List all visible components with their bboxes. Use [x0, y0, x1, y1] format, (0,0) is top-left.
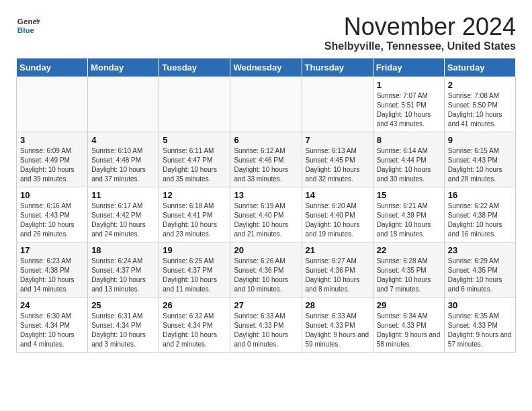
- calendar-week-row: 17Sunrise: 6:23 AM Sunset: 4:38 PM Dayli…: [17, 242, 516, 297]
- table-row: 14Sunrise: 6:20 AM Sunset: 4:40 PM Dayli…: [302, 187, 373, 242]
- header-friday: Friday: [373, 58, 444, 77]
- table-row: 3Sunrise: 6:09 AM Sunset: 4:49 PM Daylig…: [17, 132, 88, 187]
- day-number: 27: [234, 300, 298, 310]
- day-info: Sunrise: 6:30 AM Sunset: 4:34 PM Dayligh…: [20, 312, 84, 349]
- day-number: 26: [163, 300, 226, 310]
- calendar-week-row: 3Sunrise: 6:09 AM Sunset: 4:49 PM Daylig…: [17, 132, 516, 187]
- day-number: 28: [306, 300, 369, 310]
- day-number: 19: [163, 245, 226, 255]
- day-number: 23: [448, 245, 512, 255]
- day-info: Sunrise: 6:25 AM Sunset: 4:37 PM Dayligh…: [163, 257, 226, 294]
- table-row: [230, 77, 302, 132]
- day-number: 22: [377, 245, 441, 255]
- day-number: 7: [306, 135, 369, 145]
- day-number: 18: [91, 245, 155, 255]
- table-row: 4Sunrise: 6:10 AM Sunset: 4:48 PM Daylig…: [88, 132, 159, 187]
- day-info: Sunrise: 6:34 AM Sunset: 4:33 PM Dayligh…: [377, 312, 441, 349]
- table-row: 15Sunrise: 6:21 AM Sunset: 4:39 PM Dayli…: [373, 187, 444, 242]
- day-info: Sunrise: 6:32 AM Sunset: 4:34 PM Dayligh…: [163, 312, 226, 349]
- table-row: 24Sunrise: 6:30 AM Sunset: 4:34 PM Dayli…: [17, 297, 88, 352]
- table-row: 27Sunrise: 6:33 AM Sunset: 4:33 PM Dayli…: [230, 297, 302, 352]
- header-wednesday: Wednesday: [230, 58, 302, 77]
- table-row: [159, 77, 230, 132]
- table-row: 10Sunrise: 6:16 AM Sunset: 4:43 PM Dayli…: [17, 187, 88, 242]
- day-number: 4: [91, 135, 155, 145]
- header-monday: Monday: [88, 58, 159, 77]
- table-row: 13Sunrise: 6:19 AM Sunset: 4:40 PM Dayli…: [230, 187, 302, 242]
- table-row: 28Sunrise: 6:33 AM Sunset: 4:33 PM Dayli…: [302, 297, 373, 352]
- calendar-table: Sunday Monday Tuesday Wednesday Thursday…: [16, 58, 516, 353]
- table-row: 12Sunrise: 6:18 AM Sunset: 4:41 PM Dayli…: [159, 187, 230, 242]
- day-info: Sunrise: 6:21 AM Sunset: 4:39 PM Dayligh…: [377, 201, 441, 239]
- day-info: Sunrise: 6:31 AM Sunset: 4:34 PM Dayligh…: [91, 312, 155, 349]
- day-info: Sunrise: 6:33 AM Sunset: 4:33 PM Dayligh…: [306, 312, 369, 349]
- day-info: Sunrise: 6:09 AM Sunset: 4:49 PM Dayligh…: [20, 146, 84, 184]
- table-row: 26Sunrise: 6:32 AM Sunset: 4:34 PM Dayli…: [159, 297, 230, 352]
- table-row: 21Sunrise: 6:27 AM Sunset: 4:36 PM Dayli…: [302, 242, 373, 297]
- table-row: 16Sunrise: 6:22 AM Sunset: 4:38 PM Dayli…: [444, 187, 515, 242]
- table-row: 18Sunrise: 6:24 AM Sunset: 4:37 PM Dayli…: [88, 242, 159, 297]
- day-number: 10: [20, 190, 84, 200]
- calendar-title: November 2024: [324, 13, 516, 40]
- table-row: [88, 77, 159, 132]
- calendar-week-row: 24Sunrise: 6:30 AM Sunset: 4:34 PM Dayli…: [17, 297, 516, 352]
- day-info: Sunrise: 6:26 AM Sunset: 4:36 PM Dayligh…: [234, 257, 298, 294]
- table-row: 6Sunrise: 6:12 AM Sunset: 4:46 PM Daylig…: [230, 132, 302, 187]
- table-row: 2Sunrise: 7:08 AM Sunset: 5:50 PM Daylig…: [444, 77, 515, 132]
- logo: General Blue: [16, 13, 40, 38]
- table-row: 23Sunrise: 6:29 AM Sunset: 4:35 PM Dayli…: [444, 242, 515, 297]
- table-row: 29Sunrise: 6:34 AM Sunset: 4:33 PM Dayli…: [373, 297, 444, 352]
- table-row: 22Sunrise: 6:28 AM Sunset: 4:35 PM Dayli…: [373, 242, 444, 297]
- day-info: Sunrise: 6:23 AM Sunset: 4:38 PM Dayligh…: [20, 257, 84, 294]
- day-info: Sunrise: 7:08 AM Sunset: 5:50 PM Dayligh…: [448, 91, 512, 129]
- day-number: 12: [163, 190, 226, 200]
- day-number: 17: [20, 245, 84, 255]
- day-number: 16: [448, 190, 512, 200]
- calendar-week-row: 1Sunrise: 7:07 AM Sunset: 5:51 PM Daylig…: [17, 77, 516, 132]
- table-row: 9Sunrise: 6:15 AM Sunset: 4:43 PM Daylig…: [444, 132, 515, 187]
- title-block: November 2024 Shelbyville, Tennessee, Un…: [324, 13, 516, 52]
- page-header: General Blue November 2024 Shelbyville, …: [16, 13, 516, 52]
- day-number: 25: [91, 300, 155, 310]
- table-row: 25Sunrise: 6:31 AM Sunset: 4:34 PM Dayli…: [88, 297, 159, 352]
- day-info: Sunrise: 7:07 AM Sunset: 5:51 PM Dayligh…: [377, 91, 441, 129]
- day-info: Sunrise: 6:10 AM Sunset: 4:48 PM Dayligh…: [91, 146, 155, 184]
- calendar-week-row: 10Sunrise: 6:16 AM Sunset: 4:43 PM Dayli…: [17, 187, 516, 242]
- day-info: Sunrise: 6:27 AM Sunset: 4:36 PM Dayligh…: [306, 257, 369, 294]
- day-number: 14: [306, 190, 369, 200]
- table-row: 5Sunrise: 6:11 AM Sunset: 4:47 PM Daylig…: [159, 132, 230, 187]
- day-info: Sunrise: 6:29 AM Sunset: 4:35 PM Dayligh…: [448, 257, 512, 294]
- calendar-subtitle: Shelbyville, Tennessee, United States: [324, 40, 516, 52]
- day-info: Sunrise: 6:22 AM Sunset: 4:38 PM Dayligh…: [448, 201, 512, 239]
- table-row: 11Sunrise: 6:17 AM Sunset: 4:42 PM Dayli…: [88, 187, 159, 242]
- day-info: Sunrise: 6:18 AM Sunset: 4:41 PM Dayligh…: [163, 201, 226, 239]
- day-number: 24: [20, 300, 84, 310]
- day-info: Sunrise: 6:20 AM Sunset: 4:40 PM Dayligh…: [306, 201, 369, 239]
- table-row: 7Sunrise: 6:13 AM Sunset: 4:45 PM Daylig…: [302, 132, 373, 187]
- table-row: [17, 77, 88, 132]
- day-number: 11: [91, 190, 155, 200]
- day-number: 21: [306, 245, 369, 255]
- table-row: [302, 77, 373, 132]
- table-row: 30Sunrise: 6:35 AM Sunset: 4:33 PM Dayli…: [444, 297, 515, 352]
- header-tuesday: Tuesday: [159, 58, 230, 77]
- table-row: 1Sunrise: 7:07 AM Sunset: 5:51 PM Daylig…: [373, 77, 444, 132]
- logo-icon: General Blue: [16, 13, 40, 38]
- day-info: Sunrise: 6:16 AM Sunset: 4:43 PM Dayligh…: [20, 201, 84, 239]
- table-row: 19Sunrise: 6:25 AM Sunset: 4:37 PM Dayli…: [159, 242, 230, 297]
- day-number: 1: [377, 80, 441, 90]
- table-row: 17Sunrise: 6:23 AM Sunset: 4:38 PM Dayli…: [17, 242, 88, 297]
- header-sunday: Sunday: [17, 58, 88, 77]
- day-number: 5: [163, 135, 226, 145]
- calendar-header-row: Sunday Monday Tuesday Wednesday Thursday…: [17, 58, 516, 77]
- day-number: 2: [448, 80, 512, 90]
- day-number: 9: [448, 135, 512, 145]
- day-info: Sunrise: 6:28 AM Sunset: 4:35 PM Dayligh…: [377, 257, 441, 294]
- day-info: Sunrise: 6:12 AM Sunset: 4:46 PM Dayligh…: [234, 146, 298, 184]
- day-number: 15: [377, 190, 441, 200]
- day-number: 13: [234, 190, 298, 200]
- table-row: 20Sunrise: 6:26 AM Sunset: 4:36 PM Dayli…: [230, 242, 302, 297]
- day-info: Sunrise: 6:11 AM Sunset: 4:47 PM Dayligh…: [163, 146, 226, 184]
- day-info: Sunrise: 6:19 AM Sunset: 4:40 PM Dayligh…: [234, 201, 298, 239]
- table-row: 8Sunrise: 6:14 AM Sunset: 4:44 PM Daylig…: [373, 132, 444, 187]
